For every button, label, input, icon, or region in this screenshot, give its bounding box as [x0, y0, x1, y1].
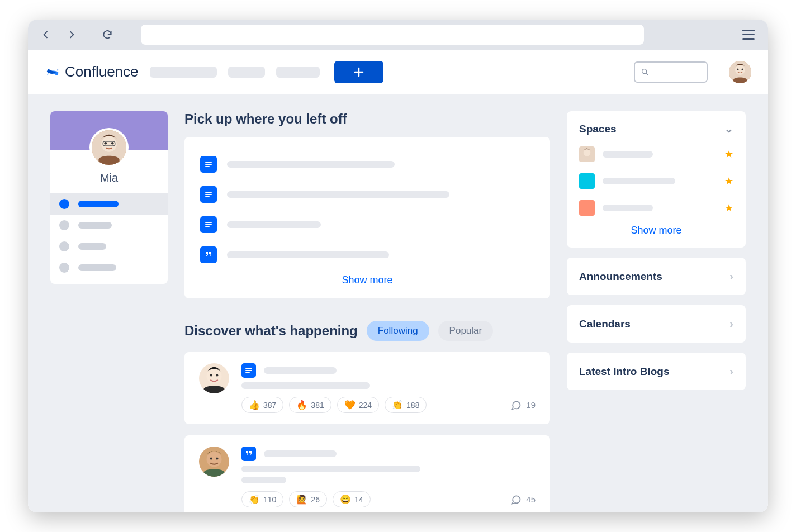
- svg-point-3: [737, 68, 739, 70]
- reaction-pill[interactable]: 🧡224: [337, 397, 379, 413]
- reaction-count: 110: [263, 495, 276, 504]
- space-color-icon: [579, 200, 595, 216]
- sidebar-item[interactable]: [50, 257, 168, 278]
- reaction-pill[interactable]: 🙋26: [289, 491, 327, 507]
- confluence-logo-icon: [45, 64, 60, 80]
- svg-rect-15: [205, 196, 210, 197]
- create-button[interactable]: [334, 61, 383, 83]
- user-avatar[interactable]: [729, 61, 751, 83]
- calendars-link[interactable]: Calendars ›: [567, 305, 746, 343]
- feed-item[interactable]: 👍387🔥381🧡224👏18819: [184, 352, 550, 424]
- svg-point-28: [210, 458, 212, 460]
- svg-rect-12: [205, 166, 210, 167]
- star-icon[interactable]: ★: [724, 202, 733, 214]
- menu-dot-icon: [59, 199, 69, 209]
- nav-item[interactable]: [150, 66, 217, 78]
- svg-rect-23: [245, 368, 252, 369]
- discover-header: Discover what's happening Following Popu…: [184, 321, 550, 341]
- quote-icon: [241, 446, 256, 461]
- svg-point-22: [216, 374, 218, 377]
- item-title-placeholder: [227, 251, 389, 258]
- reaction-pill[interactable]: 👍387: [241, 397, 283, 413]
- comment-count[interactable]: 45: [510, 494, 536, 505]
- show-more-link[interactable]: Show more: [200, 270, 534, 286]
- spaces-show-more[interactable]: Show more: [579, 221, 733, 236]
- plus-icon: [353, 66, 364, 78]
- tab-following[interactable]: Following: [367, 321, 429, 341]
- blogs-link[interactable]: Latest Intro Blogs ›: [567, 353, 746, 390]
- reaction-pill[interactable]: 🔥381: [289, 397, 331, 413]
- svg-rect-17: [205, 224, 212, 225]
- reaction-emoji: 🔥: [296, 400, 307, 410]
- page-icon: [200, 156, 217, 173]
- menu-dot-icon: [59, 220, 69, 230]
- app-logo[interactable]: Confluence: [45, 63, 139, 80]
- recent-item[interactable]: [200, 240, 534, 270]
- feed-avatar[interactable]: [199, 363, 229, 393]
- reaction-pill[interactable]: 👏188: [385, 397, 427, 413]
- svg-rect-11: [205, 164, 212, 165]
- star-icon[interactable]: ★: [724, 175, 733, 187]
- sidebar-item[interactable]: [50, 236, 168, 257]
- sidebar: Mia: [50, 111, 168, 496]
- browser-menu-icon[interactable]: [742, 27, 758, 42]
- space-name-placeholder: [603, 178, 675, 184]
- feed-subtitle-placeholder: [241, 382, 370, 389]
- page-icon: [200, 186, 217, 203]
- reaction-pill[interactable]: 👏110: [241, 491, 283, 507]
- reaction-count: 14: [354, 495, 363, 504]
- comment-count[interactable]: 19: [510, 400, 536, 411]
- svg-rect-24: [245, 370, 252, 371]
- space-item[interactable]: ★: [579, 168, 733, 194]
- svg-rect-18: [205, 226, 210, 227]
- spaces-card: Spaces ⌄ ★★★ Show more: [567, 111, 746, 248]
- star-icon[interactable]: ★: [724, 148, 733, 160]
- nav-item[interactable]: [276, 66, 320, 78]
- space-color-icon: [579, 173, 595, 189]
- sidebar-item[interactable]: [50, 193, 168, 215]
- main-column: Pick up where you left off Show more Dis…: [184, 111, 550, 496]
- feed-title-placeholder: [264, 367, 337, 374]
- svg-point-4: [742, 68, 743, 70]
- tab-popular[interactable]: Popular: [438, 321, 494, 341]
- reaction-emoji: 😄: [340, 494, 351, 505]
- spaces-title: Spaces: [579, 123, 617, 135]
- svg-point-6: [101, 136, 117, 152]
- search-input[interactable]: [634, 61, 708, 83]
- sidebar-item[interactable]: [50, 215, 168, 236]
- space-item[interactable]: ★: [579, 194, 733, 221]
- svg-point-0: [642, 69, 647, 73]
- reaction-emoji: 🧡: [344, 400, 356, 410]
- app-name: Confluence: [65, 63, 139, 80]
- feed-avatar[interactable]: [199, 446, 229, 477]
- profile-avatar[interactable]: [89, 128, 129, 167]
- recent-item[interactable]: [200, 210, 534, 240]
- svg-point-31: [584, 149, 591, 156]
- reaction-emoji: 👍: [249, 400, 260, 410]
- reaction-count: 387: [263, 401, 276, 410]
- item-title-placeholder: [227, 191, 449, 198]
- address-bar[interactable]: [141, 25, 644, 45]
- svg-rect-25: [245, 372, 250, 373]
- profile-card: Mia: [50, 111, 168, 284]
- nav-item[interactable]: [228, 66, 265, 78]
- space-item[interactable]: ★: [579, 141, 733, 168]
- page-icon: [200, 216, 217, 233]
- back-button[interactable]: [38, 27, 54, 42]
- refresh-button[interactable]: [100, 27, 115, 42]
- reaction-pill[interactable]: 😄14: [333, 491, 371, 507]
- recent-item[interactable]: [200, 149, 534, 179]
- page-icon: [241, 363, 256, 378]
- svg-point-8: [111, 142, 114, 145]
- svg-point-21: [210, 374, 212, 377]
- reaction-count: 224: [359, 401, 372, 410]
- profile-banner: [50, 111, 168, 150]
- forward-button[interactable]: [64, 27, 79, 42]
- chevron-down-icon[interactable]: ⌄: [724, 122, 733, 135]
- recent-item[interactable]: [200, 179, 534, 210]
- announcements-link[interactable]: Announcements ›: [567, 258, 746, 295]
- right-rail: Spaces ⌄ ★★★ Show more Announcements › C…: [567, 111, 746, 496]
- svg-point-2: [735, 65, 745, 75]
- space-name-placeholder: [603, 151, 653, 158]
- feed-item[interactable]: 👏110🙋26😄1445: [184, 435, 550, 512]
